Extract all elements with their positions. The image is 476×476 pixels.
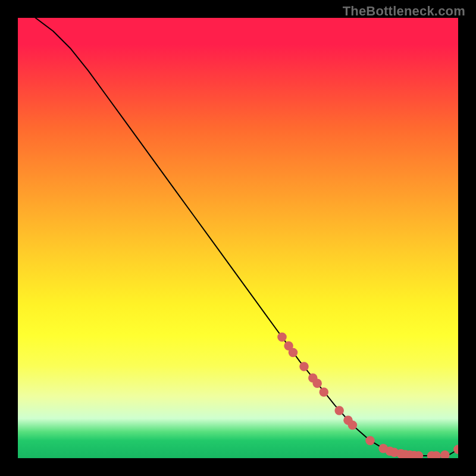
- chart-stage: TheBottleneck.com: [0, 0, 476, 476]
- highlight-point: [312, 378, 322, 388]
- highlight-point: [320, 387, 329, 397]
- highlight-point: [365, 436, 375, 446]
- curve-line: [36, 18, 458, 456]
- highlight-point: [453, 444, 458, 454]
- plot-area: [18, 18, 458, 458]
- highlight-point: [348, 421, 358, 430]
- highlight-points-group: [277, 333, 458, 458]
- highlight-point: [299, 362, 309, 371]
- watermark-text: TheBottleneck.com: [343, 4, 465, 19]
- highlight-point: [289, 348, 298, 358]
- highlight-point: [440, 450, 450, 458]
- highlight-point: [334, 406, 344, 415]
- highlight-point: [277, 333, 287, 342]
- chart-svg: [18, 18, 458, 458]
